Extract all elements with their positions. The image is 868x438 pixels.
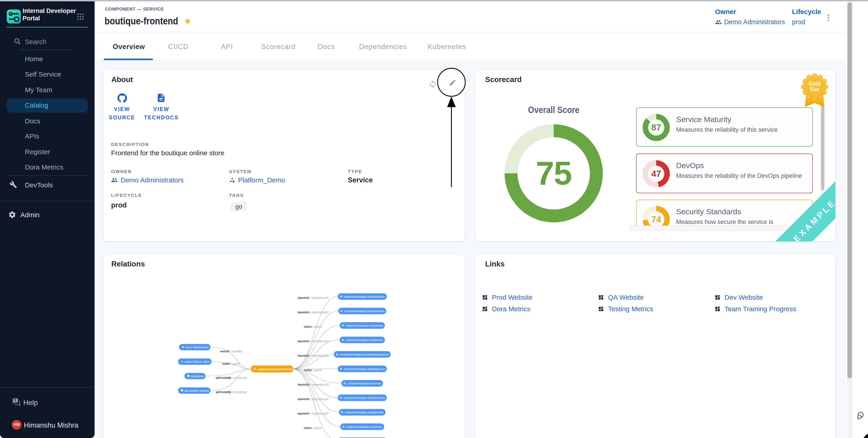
svg-text:apiProvidedBy / providesApi: apiProvidedBy / providesApi	[216, 390, 247, 394]
svg-text:component:boutique-redisservic: component:boutique-redisservice	[345, 324, 383, 327]
svg-text:component:boutique-shippingser: component:boutique-shippingservice	[343, 368, 385, 371]
svg-text:dependsOn / dependencyOf: dependsOn / dependencyOf	[298, 339, 329, 343]
svg-text:dependsOn / dependencyOf: dependsOn / dependencyOf	[298, 397, 329, 401]
svg-text:component:boutique-cartservice: component:boutique-cartservice	[346, 425, 382, 429]
svg-text:Demo Administrators: Demo Administrators	[185, 346, 209, 349]
svg-text:dependsOn / dependencyOf: dependsOn / dependencyOf	[298, 412, 329, 415]
svg-text:component:boutique-loadgenerat: component:boutique-loadgenerator	[345, 411, 384, 414]
svg-text:api:starwars-graphql: api:starwars-graphql	[184, 389, 209, 392]
svg-text:?: ?	[14, 398, 16, 403]
svg-text:dependsOn / dependencyOf: dependsOn / dependencyOf	[298, 383, 329, 386]
svg-text:component:boutique-emailservic: component:boutique-emailservice	[345, 339, 383, 342]
svg-text:component:boutique-frontend: component:boutique-frontend	[257, 368, 292, 371]
svg-text:component:boutique-productcata: component:boutique-productcatalogservice	[340, 353, 389, 356]
svg-text:dependsOn / dependencyOf: dependsOn / dependencyOf	[298, 354, 329, 357]
svg-text:hasPart / partOf: hasPart / partOf	[222, 362, 240, 366]
svg-text:component:boutique-checkoutser: component:boutique-checkoutservice	[343, 396, 385, 400]
svg-text:Tier: Tier	[810, 87, 819, 93]
svg-text:dependsOn / dependencyOf: dependsOn / dependencyOf	[298, 296, 329, 299]
svg-text:api:petstore: api:petstore	[191, 375, 204, 378]
svg-text:component:boutique-currencyser: component:boutique-currencyservice	[343, 295, 385, 298]
svg-text:hasPart / partOf: hasPart / partOf	[304, 325, 321, 328]
svg-text:hasPart / partOf: hasPart / partOf	[304, 368, 321, 372]
svg-text:ownerOf / ownedBy: ownerOf / ownedBy	[220, 350, 242, 353]
svg-text:hasPart / partOf: hasPart / partOf	[304, 426, 321, 430]
svg-text:component:boutique-adservice: component:boutique-adservice	[347, 382, 381, 385]
svg-text:system:Platform_Demo: system:Platform_Demo	[184, 360, 210, 363]
svg-text:Gold: Gold	[809, 81, 820, 87]
svg-text:apiProvidedBy / providesApi: apiProvidedBy / providesApi	[216, 376, 247, 379]
svg-text:component:boutique-paymentserv: component:boutique-paymentservice	[344, 310, 384, 313]
svg-text:dependsOn / dependencyOf: dependsOn / dependencyOf	[298, 310, 329, 314]
